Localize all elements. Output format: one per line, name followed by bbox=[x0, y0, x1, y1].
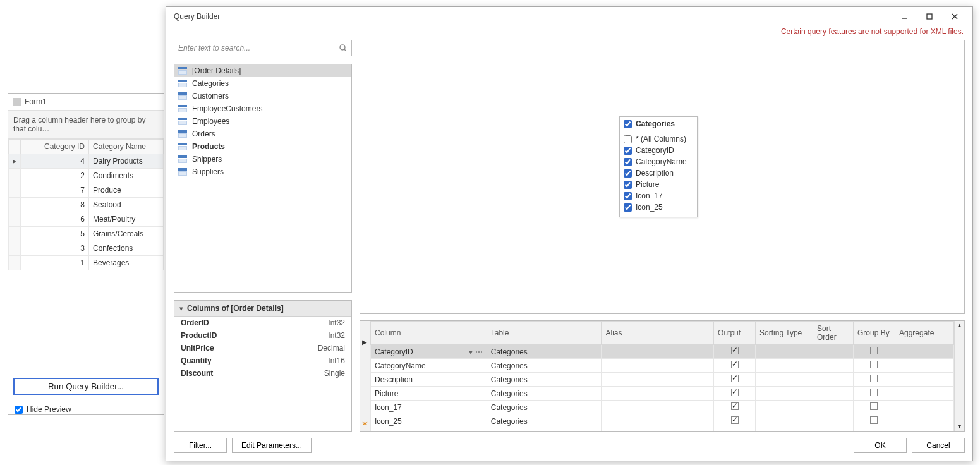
column-info-row[interactable]: ProductIDInt32 bbox=[174, 329, 351, 342]
run-query-builder-button[interactable]: Run Query Builder... bbox=[13, 378, 159, 395]
grid-scrollbar[interactable]: ▲ ▼ bbox=[954, 321, 964, 431]
cell-group-by[interactable] bbox=[853, 401, 895, 414]
entity-field-checkbox[interactable] bbox=[624, 147, 632, 155]
cell-table[interactable]: Categories bbox=[487, 373, 602, 387]
entity-field[interactable]: CategoryName bbox=[624, 156, 693, 167]
cell-sort-order[interactable] bbox=[813, 401, 853, 414]
column-info-row[interactable]: QuantityInt16 bbox=[174, 354, 351, 367]
output-checkbox[interactable] bbox=[731, 347, 739, 354]
cell-column[interactable]: CategoryName bbox=[371, 359, 487, 373]
table-row[interactable]: 1Beverages bbox=[9, 256, 164, 270]
cell-column[interactable]: Icon_17 bbox=[371, 401, 487, 414]
cell-sort-type[interactable] bbox=[756, 387, 813, 401]
table-item[interactable]: Suppliers bbox=[174, 166, 351, 178]
group-by-hint[interactable]: Drag a column header here to group by th… bbox=[8, 110, 164, 139]
grid-header-sort-type[interactable]: Sorting Type bbox=[756, 322, 813, 345]
grid-row[interactable]: Icon_25Categories bbox=[371, 414, 954, 428]
cell-group-by[interactable] bbox=[853, 359, 895, 373]
cell-category-id[interactable]: 4 bbox=[21, 154, 89, 169]
cancel-button[interactable]: Cancel bbox=[912, 438, 965, 453]
cell-output[interactable] bbox=[714, 401, 756, 414]
cell-alias[interactable] bbox=[602, 401, 714, 414]
cell-category-name[interactable]: Confections bbox=[89, 241, 164, 256]
cell-aggregate[interactable] bbox=[895, 359, 954, 373]
groupby-checkbox[interactable] bbox=[870, 347, 878, 354]
cell-column[interactable]: CategoryID⋯▾ bbox=[371, 345, 487, 359]
cell-column[interactable]: Picture bbox=[371, 387, 487, 401]
grid-row[interactable]: CategoryID⋯▾Categories bbox=[371, 345, 954, 359]
cell-category-name[interactable]: Seafood bbox=[89, 198, 164, 212]
table-item[interactable]: Customers bbox=[174, 90, 351, 102]
table-item[interactable]: EmployeeCustomers bbox=[174, 102, 351, 115]
cell-category-id[interactable]: 5 bbox=[21, 227, 89, 241]
maximize-button[interactable] bbox=[917, 8, 942, 25]
cell-output[interactable] bbox=[714, 359, 756, 373]
hide-preview-toggle[interactable]: Hide Preview bbox=[8, 401, 164, 418]
cell-category-id[interactable]: 1 bbox=[21, 256, 89, 270]
cell-sort-type[interactable] bbox=[756, 345, 813, 359]
cell-output[interactable] bbox=[714, 345, 756, 359]
groupby-checkbox[interactable] bbox=[870, 402, 878, 410]
column-info-row[interactable]: DiscountSingle bbox=[174, 367, 351, 380]
cell-alias[interactable] bbox=[602, 359, 714, 373]
groupby-checkbox[interactable] bbox=[870, 361, 878, 368]
cell-aggregate[interactable] bbox=[895, 373, 954, 387]
cell-category-id[interactable]: 8 bbox=[21, 198, 89, 212]
cell-category-id[interactable]: 7 bbox=[21, 183, 89, 198]
ok-button[interactable]: OK bbox=[854, 438, 907, 453]
cell-category-name[interactable]: Beverages bbox=[89, 256, 164, 270]
entity-field-checkbox[interactable] bbox=[624, 181, 632, 189]
cell-sort-order[interactable] bbox=[813, 345, 853, 359]
scroll-down-icon[interactable]: ▼ bbox=[957, 423, 962, 430]
cell-output[interactable] bbox=[714, 387, 756, 401]
grid-header-column[interactable]: Column bbox=[371, 322, 487, 345]
qb-titlebar[interactable]: Query Builder bbox=[166, 7, 972, 26]
grid-row[interactable]: DescriptionCategories bbox=[371, 373, 954, 387]
entity-field[interactable]: Picture bbox=[624, 179, 693, 190]
cell-alias[interactable] bbox=[602, 414, 714, 428]
cell-group-by[interactable] bbox=[853, 345, 895, 359]
grid-new-row[interactable] bbox=[371, 428, 954, 432]
grid-header-table[interactable]: Table bbox=[487, 322, 602, 345]
cell-alias[interactable] bbox=[602, 345, 714, 359]
table-row[interactable]: 3Confections bbox=[9, 241, 164, 256]
search-input[interactable] bbox=[174, 41, 351, 55]
entity-header[interactable]: Categories bbox=[620, 117, 697, 131]
groupby-checkbox[interactable] bbox=[870, 389, 878, 396]
grid-row[interactable]: PictureCategories bbox=[371, 387, 954, 401]
tables-list[interactable]: [Order Details]CategoriesCustomersEmploy… bbox=[174, 64, 352, 293]
columns-list[interactable]: OrderIDInt32ProductIDInt32UnitPriceDecim… bbox=[174, 317, 351, 431]
cell-category-name[interactable]: Dairy Products bbox=[89, 154, 164, 169]
cell-aggregate[interactable] bbox=[895, 414, 954, 428]
grid-header-sort-order[interactable]: Sort Order bbox=[813, 322, 853, 345]
cell-group-by[interactable] bbox=[853, 414, 895, 428]
column-info-row[interactable]: UnitPriceDecimal bbox=[174, 342, 351, 354]
cell-sort-order[interactable] bbox=[813, 373, 853, 387]
entity-header-checkbox[interactable] bbox=[624, 120, 632, 128]
cell-sort-type[interactable] bbox=[756, 359, 813, 373]
grid-row[interactable]: Icon_17Categories bbox=[371, 401, 954, 414]
table-item[interactable]: Employees bbox=[174, 115, 351, 128]
cell-sort-type[interactable] bbox=[756, 373, 813, 387]
cell-sort-order[interactable] bbox=[813, 359, 853, 373]
cell-aggregate[interactable] bbox=[895, 387, 954, 401]
output-checkbox[interactable] bbox=[731, 416, 739, 424]
filter-button[interactable]: Filter... bbox=[174, 438, 227, 453]
diagram-area[interactable]: Categories * (All Columns)CategoryIDCate… bbox=[360, 40, 965, 314]
groupby-checkbox[interactable] bbox=[870, 375, 878, 382]
cell-category-name[interactable]: Meat/Poultry bbox=[89, 212, 164, 227]
table-row[interactable]: 2Condiments bbox=[9, 169, 164, 183]
entity-field-checkbox[interactable] bbox=[624, 192, 632, 200]
output-checkbox[interactable] bbox=[731, 375, 739, 382]
cell-aggregate[interactable] bbox=[895, 345, 954, 359]
grid-row[interactable]: CategoryNameCategories bbox=[371, 359, 954, 373]
grid-header-alias[interactable]: Alias bbox=[602, 322, 714, 345]
entity-field-checkbox[interactable] bbox=[624, 169, 632, 178]
entity-field[interactable]: * (All Columns) bbox=[624, 133, 693, 145]
cell-sort-order[interactable] bbox=[813, 387, 853, 401]
cell-sort-type[interactable] bbox=[756, 401, 813, 414]
cell-category-name[interactable]: Condiments bbox=[89, 169, 164, 183]
cell-category-id[interactable]: 6 bbox=[21, 212, 89, 227]
table-row[interactable]: ▸4Dairy Products bbox=[9, 154, 164, 169]
table-item[interactable]: [Order Details] bbox=[174, 64, 351, 77]
